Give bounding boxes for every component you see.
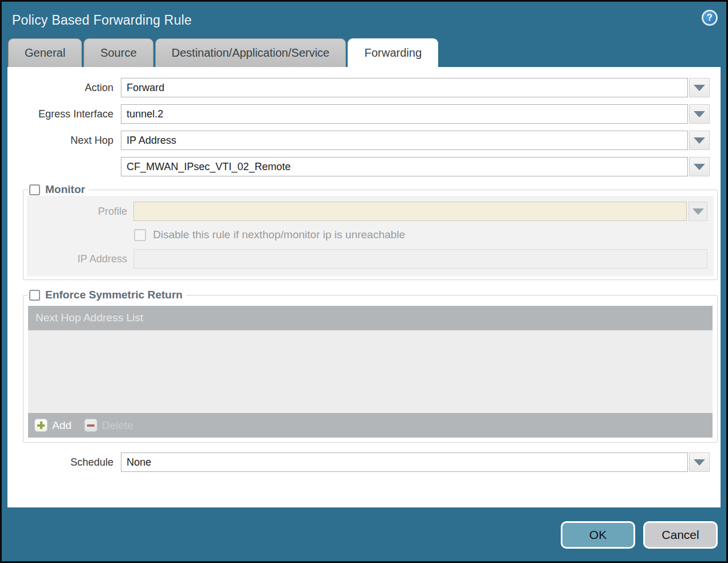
- egress-interface-dropdown-button[interactable]: [689, 104, 710, 124]
- chevron-down-icon: [694, 85, 705, 91]
- next-hop-label: Next Hop: [7, 135, 121, 147]
- tab-source[interactable]: Source: [84, 38, 153, 67]
- enforce-symmetric-return-legend: Enforce Symmetric Return: [28, 289, 186, 301]
- table-footer: Add Delete: [28, 413, 713, 438]
- monitor-ip-address-row: IP Address: [27, 249, 714, 269]
- disable-rule-label: Disable this rule if nexthop/monitor ip …: [153, 229, 405, 241]
- ok-button[interactable]: OK: [561, 521, 635, 549]
- enforce-symmetric-return-checkbox[interactable]: [29, 290, 40, 301]
- chevron-down-icon: [694, 459, 705, 466]
- table-header: Next Hop Address List: [28, 306, 713, 330]
- enforce-symmetric-return-fieldset: Enforce Symmetric Return Next Hop Addres…: [23, 289, 718, 443]
- monitor-panel: Profile Disable this rule if nexthop/mon…: [27, 196, 714, 276]
- action-dropdown-button[interactable]: [689, 78, 710, 97]
- monitor-fieldset: Monitor Profile Disable this rule if nex…: [23, 183, 718, 280]
- dialog-footer: OK Cancel: [2, 507, 726, 561]
- schedule-row: Schedule None: [7, 452, 721, 472]
- tab-general[interactable]: General: [8, 38, 82, 67]
- add-button[interactable]: Add: [34, 419, 72, 432]
- profile-row: Profile: [27, 202, 714, 221]
- next-hop-row: Next Hop IP Address: [7, 131, 721, 150]
- profile-input: [133, 202, 687, 221]
- minus-icon: [84, 419, 97, 432]
- disable-rule-checkbox: [134, 229, 146, 241]
- profile-label: Profile: [27, 206, 133, 218]
- action-input[interactable]: Forward: [121, 78, 688, 97]
- cancel-button[interactable]: Cancel: [643, 521, 718, 549]
- schedule-label: Schedule: [7, 456, 121, 468]
- chevron-down-icon: [694, 111, 705, 117]
- next-hop-address-row: CF_MWAN_IPsec_VTI_02_Remote: [7, 157, 721, 176]
- next-hop-dropdown-button[interactable]: [689, 131, 710, 150]
- egress-interface-input[interactable]: tunnel.2: [121, 104, 688, 124]
- tab-destination-application-service[interactable]: Destination/Application/Service: [155, 38, 347, 67]
- next-hop-address-table: Next Hop Address List Add Delete: [28, 306, 713, 438]
- disable-rule-row: Disable this rule if nexthop/monitor ip …: [134, 229, 714, 241]
- next-hop-address-dropdown-button[interactable]: [689, 157, 710, 176]
- profile-dropdown-button: [688, 202, 707, 221]
- policy-based-forwarding-dialog: Policy Based Forwarding Rule ? General S…: [2, 2, 726, 561]
- chevron-down-icon: [694, 164, 705, 170]
- egress-interface-label: Egress Interface: [7, 108, 121, 120]
- add-button-label: Add: [52, 419, 72, 432]
- enforce-symmetric-return-label: Enforce Symmetric Return: [45, 289, 183, 301]
- next-hop-address-input[interactable]: CF_MWAN_IPsec_VTI_02_Remote: [121, 157, 688, 176]
- monitor-ip-address-label: IP Address: [27, 253, 133, 265]
- table-body-empty: [28, 330, 713, 413]
- monitor-ip-address-input: [133, 249, 707, 269]
- schedule-input[interactable]: None: [121, 452, 688, 472]
- page-title: Policy Based Forwarding Rule: [12, 13, 192, 28]
- delete-button-label: Delete: [102, 419, 133, 432]
- next-hop-type-input[interactable]: IP Address: [121, 131, 688, 150]
- monitor-checkbox[interactable]: [29, 184, 40, 195]
- schedule-dropdown-button[interactable]: [689, 452, 710, 472]
- chevron-down-icon: [694, 137, 705, 144]
- egress-interface-row: Egress Interface tunnel.2: [7, 104, 721, 124]
- monitor-legend: Monitor: [28, 183, 89, 196]
- delete-button: Delete: [84, 419, 133, 432]
- chevron-down-icon: [692, 208, 704, 215]
- tab-forwarding[interactable]: Forwarding: [348, 38, 438, 67]
- forwarding-tab-panel: Action Forward Egress Interface tunnel.2…: [7, 67, 721, 507]
- monitor-legend-label: Monitor: [45, 183, 85, 196]
- dialog-titlebar: Policy Based Forwarding Rule ?: [2, 2, 726, 38]
- action-row: Action Forward: [7, 78, 721, 97]
- help-icon[interactable]: ?: [702, 10, 718, 26]
- plus-icon: [34, 419, 48, 432]
- tab-strip: General Source Destination/Application/S…: [2, 38, 726, 67]
- action-label: Action: [7, 82, 121, 94]
